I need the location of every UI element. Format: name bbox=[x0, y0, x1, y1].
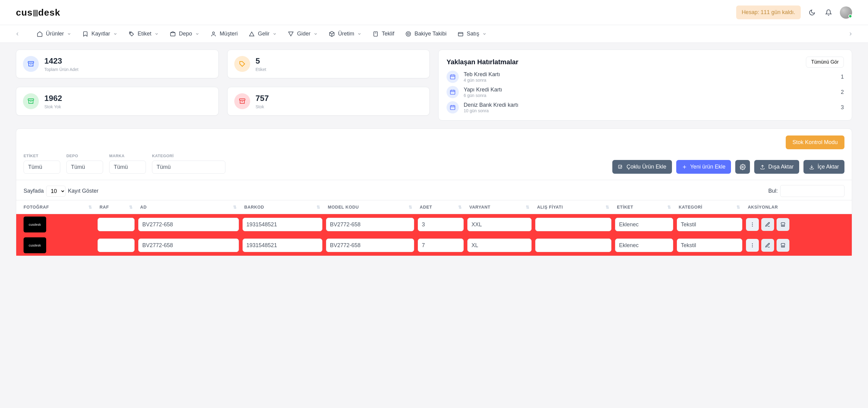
settings-button[interactable] bbox=[735, 160, 750, 174]
store-icon bbox=[780, 222, 786, 227]
chevron-down-icon bbox=[357, 32, 362, 36]
filter-depo: DEPO Tümü bbox=[66, 154, 103, 174]
nav-label: Müşteri bbox=[220, 31, 238, 37]
svg-point-0 bbox=[130, 32, 131, 33]
col-aksiyon: AKSİYONLAR bbox=[744, 200, 852, 214]
row-store-button[interactable] bbox=[777, 218, 789, 231]
nav-item-bakiye[interactable]: Bakiye Takibi bbox=[405, 31, 446, 37]
cell-alis[interactable] bbox=[535, 239, 611, 252]
product-thumbnail[interactable]: cusdesk bbox=[24, 237, 46, 253]
svg-point-36 bbox=[752, 245, 753, 246]
plus-icon bbox=[682, 164, 687, 170]
svg-rect-8 bbox=[28, 61, 34, 63]
nav-scroll-left[interactable] bbox=[12, 29, 23, 39]
col-ad[interactable]: AD⇅ bbox=[136, 200, 240, 214]
nav-item-uretim[interactable]: Üretim bbox=[329, 31, 362, 37]
divider bbox=[16, 180, 852, 180]
filter-select-kategori[interactable]: Tümü bbox=[152, 161, 225, 174]
cell-kategori[interactable]: Tekstil bbox=[677, 218, 742, 231]
notifications-button[interactable] bbox=[823, 7, 834, 18]
cell-model[interactable]: BV2772-658 bbox=[326, 218, 414, 231]
svg-rect-14 bbox=[451, 75, 455, 79]
nav-item-kayitlar[interactable]: Kayıtlar bbox=[82, 31, 118, 37]
row-edit-button[interactable] bbox=[761, 239, 774, 252]
row-edit-button[interactable] bbox=[761, 218, 774, 231]
svg-rect-1 bbox=[170, 32, 175, 36]
table-row: cusdesk BV2772-658 1931548521 BV2772-658… bbox=[16, 214, 852, 235]
home-icon bbox=[37, 31, 43, 37]
nav-item-musteri[interactable]: Müşteri bbox=[210, 31, 238, 37]
topbar-right: Hesap: 111 gün kaldı. bbox=[736, 5, 852, 19]
cell-model[interactable]: BV2772-658 bbox=[326, 239, 414, 252]
import-button[interactable]: İçe Aktar bbox=[803, 160, 844, 174]
cell-alis[interactable] bbox=[535, 218, 611, 231]
filter-select-marka[interactable]: Tümü bbox=[109, 161, 146, 174]
reminder-item[interactable]: Deniz Bank Kredi kartı 10 gün sonra 3 bbox=[446, 101, 844, 114]
cell-etiket[interactable]: Eklenec bbox=[615, 218, 673, 231]
new-add-button[interactable]: Yeni ürün Ekle bbox=[676, 160, 731, 174]
reminder-item[interactable]: Yapı Kredi Kartı 6 gün sonra 2 bbox=[446, 86, 844, 98]
cell-ad[interactable]: BV2772-658 bbox=[138, 218, 239, 231]
multi-add-button[interactable]: Çoklu Ürün Ekle bbox=[612, 160, 672, 174]
col-adet[interactable]: ADET⇅ bbox=[416, 200, 465, 214]
cell-etiket[interactable]: Eklenec bbox=[615, 239, 673, 252]
cell-raf[interactable] bbox=[98, 218, 134, 231]
nav-item-depo[interactable]: Depo bbox=[170, 31, 199, 37]
filter-label: KATEGORİ bbox=[152, 154, 225, 158]
col-kategori[interactable]: KATEGORİ⇅ bbox=[675, 200, 744, 214]
stat-label: Stok Yok bbox=[44, 104, 62, 109]
nav-scroll-right[interactable] bbox=[845, 29, 856, 39]
nav-item-teklif[interactable]: Teklif bbox=[373, 31, 394, 37]
cell-adet[interactable]: 7 bbox=[418, 239, 464, 252]
col-fotograf[interactable]: FOTOĞRAF⇅ bbox=[16, 200, 96, 214]
row-menu-button[interactable] bbox=[746, 218, 759, 231]
chevron-right-icon bbox=[848, 31, 853, 37]
moon-icon bbox=[809, 9, 815, 16]
account-remaining-badge[interactable]: Hesap: 111 gün kaldı. bbox=[736, 5, 801, 19]
svg-rect-12 bbox=[240, 99, 245, 100]
reminders-view-all-button[interactable]: Tümünü Gör bbox=[806, 57, 844, 68]
search-input[interactable] bbox=[780, 185, 844, 197]
stat-total-products: 1423 Toplam Ürün Adet bbox=[16, 50, 219, 78]
row-menu-button[interactable] bbox=[746, 239, 759, 252]
col-alis[interactable]: ALIŞ FİYATI⇅ bbox=[533, 200, 613, 214]
button-label: İçe Aktar bbox=[817, 164, 839, 170]
nav-item-satis[interactable]: Satış bbox=[458, 31, 487, 37]
cell-varyant[interactable]: XXL bbox=[467, 218, 532, 231]
product-thumbnail[interactable]: cusdesk bbox=[24, 217, 46, 232]
col-raf[interactable]: RAF⇅ bbox=[96, 200, 136, 214]
export-button[interactable]: Dışa Aktar bbox=[754, 160, 799, 174]
cell-barkod[interactable]: 1931548521 bbox=[243, 218, 322, 231]
col-barkod[interactable]: BARKOD⇅ bbox=[241, 200, 324, 214]
cell-raf[interactable] bbox=[98, 239, 134, 252]
logo-text-1: cus bbox=[16, 7, 33, 18]
edit-icon bbox=[765, 243, 770, 248]
cell-kategori[interactable]: Tekstil bbox=[677, 239, 742, 252]
filter-select-etiket[interactable]: Tümü bbox=[24, 161, 60, 174]
theme-toggle[interactable] bbox=[807, 7, 817, 18]
reminder-count: 2 bbox=[841, 89, 844, 95]
sort-icon: ⇅ bbox=[526, 205, 530, 210]
nav-item-urunler[interactable]: Ürünler bbox=[37, 31, 71, 37]
cell-varyant[interactable]: XL bbox=[467, 239, 532, 252]
filter-etiket: ETİKET Tümü bbox=[24, 154, 60, 174]
cell-barkod[interactable]: 1931548521 bbox=[243, 239, 322, 252]
reminder-item[interactable]: Teb Kredi Kartı 4 gün sonra 1 bbox=[446, 71, 844, 83]
cell-ad[interactable]: BV2772-658 bbox=[138, 239, 239, 252]
row-store-button[interactable] bbox=[777, 239, 789, 252]
stock-control-mode-button[interactable]: Stok Kontrol Modu bbox=[786, 135, 844, 149]
col-model[interactable]: MODEL KODU⇅ bbox=[324, 200, 416, 214]
chevron-left-icon bbox=[15, 31, 20, 37]
nav-label: Depo bbox=[179, 31, 192, 37]
nav-item-etiket[interactable]: Etiket bbox=[128, 31, 159, 37]
nav-item-gider[interactable]: Gider bbox=[288, 31, 318, 37]
nav-item-gelir[interactable]: Gelir bbox=[249, 31, 277, 37]
svg-point-37 bbox=[752, 247, 753, 247]
chevron-down-icon bbox=[195, 32, 199, 36]
filter-select-depo[interactable]: Tümü bbox=[66, 161, 103, 174]
per-page-select[interactable]: 10 bbox=[46, 186, 65, 197]
col-etiket[interactable]: ETİKET⇅ bbox=[613, 200, 675, 214]
user-avatar[interactable] bbox=[840, 6, 852, 19]
cell-adet[interactable]: 3 bbox=[418, 218, 464, 231]
col-varyant[interactable]: VARYANT⇅ bbox=[465, 200, 533, 214]
